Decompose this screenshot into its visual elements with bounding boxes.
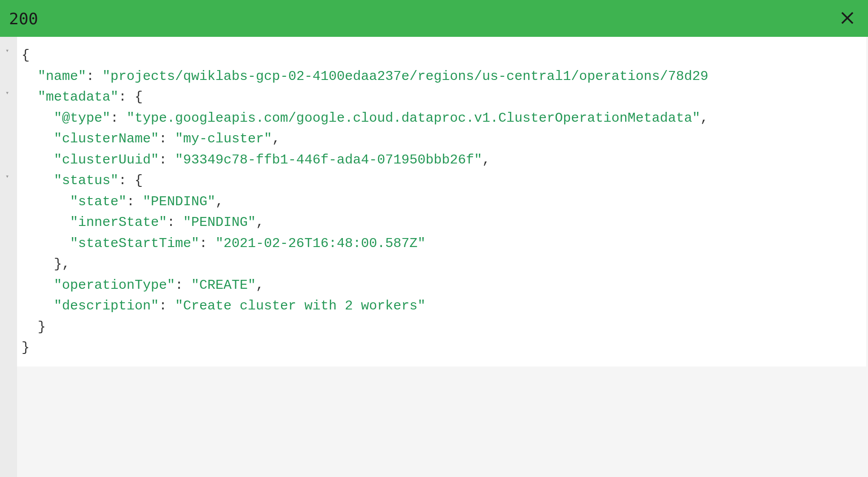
json-key: "metadata" <box>38 89 118 105</box>
code-line: "clusterName": "my-cluster", <box>22 128 862 150</box>
json-key: "innerState" <box>70 215 167 230</box>
status-code: 200 <box>9 9 38 28</box>
fold-gutter: ▾ ▾ ▾ <box>0 37 17 477</box>
code-line: "status": { <box>22 170 862 191</box>
json-key: "status" <box>54 173 118 188</box>
json-key: "description" <box>54 298 159 314</box>
fold-toggle-icon[interactable]: ▾ <box>5 47 9 54</box>
close-button[interactable] <box>836 6 859 31</box>
code-line: }, <box>22 254 862 275</box>
fold-toggle-icon[interactable]: ▾ <box>5 172 9 180</box>
json-value: "projects/qwiklabs-gcp-02-4100edaa237e/r… <box>102 69 708 84</box>
response-body[interactable]: { "name": "projects/qwiklabs-gcp-02-4100… <box>17 37 866 367</box>
json-value: "Create cluster with 2 workers" <box>175 298 425 314</box>
code-line: "stateStartTime": "2021-02-26T16:48:00.5… <box>22 233 862 254</box>
code-line: "state": "PENDING", <box>22 191 862 212</box>
code-line: } <box>22 317 862 338</box>
code-line: "clusterUuid": "93349c78-ffb1-446f-ada4-… <box>22 150 862 171</box>
json-value: "2021-02-26T16:48:00.587Z" <box>215 236 425 251</box>
json-value: "PENDING" <box>143 194 215 209</box>
json-key: "@type" <box>54 110 110 126</box>
json-key: "clusterName" <box>54 131 159 146</box>
close-icon <box>839 10 855 26</box>
json-value: "my-cluster" <box>175 131 272 146</box>
code-line: "@type": "type.googleapis.com/google.clo… <box>22 108 862 129</box>
code-line: { <box>22 45 862 66</box>
json-value: "CREATE" <box>191 278 256 293</box>
json-key: "state" <box>70 194 127 209</box>
json-value: "type.googleapis.com/google.cloud.datapr… <box>127 110 700 126</box>
code-line: "operationType": "CREATE", <box>22 275 862 296</box>
code-line: } <box>22 337 862 358</box>
json-key: "name" <box>38 69 86 84</box>
fold-toggle-icon[interactable]: ▾ <box>5 89 9 96</box>
json-key: "clusterUuid" <box>54 152 159 168</box>
code-line: "innerState": "PENDING", <box>22 212 862 233</box>
code-line: "metadata": { <box>22 87 862 108</box>
json-key: "stateStartTime" <box>70 236 199 251</box>
code-line: "name": "projects/qwiklabs-gcp-02-4100ed… <box>22 66 862 87</box>
code-line: "description": "Create cluster with 2 wo… <box>22 296 862 317</box>
response-header: 200 <box>0 0 868 37</box>
json-value: "PENDING" <box>183 215 256 230</box>
json-value: "93349c78-ffb1-446f-ada4-071950bbb26f" <box>175 152 482 168</box>
json-key: "operationType" <box>54 278 175 293</box>
